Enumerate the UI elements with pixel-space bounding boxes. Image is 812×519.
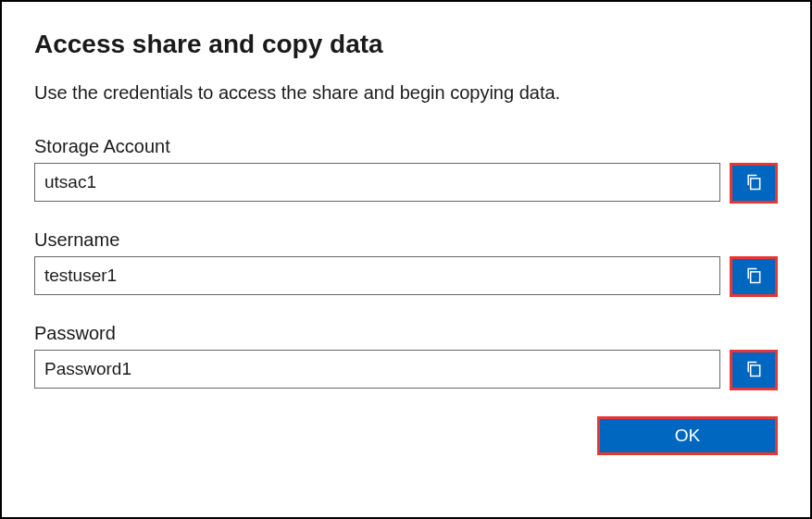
svg-rect-0 — [751, 178, 760, 189]
password-input[interactable] — [34, 350, 720, 389]
ok-button-label: OK — [675, 426, 700, 446]
storage-account-label: Storage Account — [34, 136, 778, 157]
storage-account-field-group: Storage Account — [34, 136, 778, 204]
username-input[interactable] — [34, 256, 720, 295]
password-field-group: Password — [34, 323, 778, 390]
copy-icon — [744, 359, 763, 382]
dialog-description: Use the credentials to access the share … — [34, 82, 778, 104]
password-label: Password — [34, 323, 778, 344]
copy-password-button[interactable] — [730, 350, 778, 390]
storage-account-input[interactable] — [34, 163, 720, 202]
username-field-group: Username — [34, 229, 778, 297]
copy-icon — [744, 172, 763, 195]
access-share-dialog: Access share and copy data Use the crede… — [0, 0, 812, 519]
dialog-button-row: OK — [34, 416, 778, 455]
copy-storage-account-button[interactable] — [730, 163, 778, 204]
svg-rect-1 — [751, 271, 760, 282]
password-row — [34, 350, 778, 390]
username-row — [34, 256, 778, 297]
copy-icon — [744, 266, 763, 289]
svg-rect-2 — [751, 365, 760, 376]
username-label: Username — [34, 229, 778, 251]
ok-button[interactable]: OK — [597, 416, 778, 455]
storage-account-row — [34, 163, 778, 204]
copy-username-button[interactable] — [730, 256, 778, 297]
dialog-title: Access share and copy data — [34, 30, 778, 59]
